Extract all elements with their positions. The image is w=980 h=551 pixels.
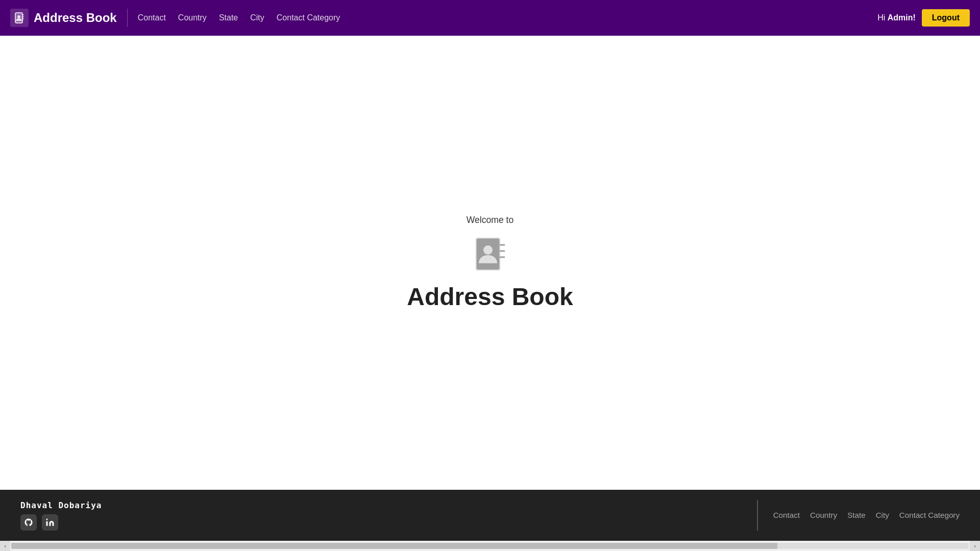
page-title: Address Book	[407, 283, 573, 311]
admin-name: Admin!	[888, 13, 916, 22]
nav-contact[interactable]: Contact	[138, 13, 166, 22]
footer-nav-city[interactable]: City	[876, 511, 889, 519]
github-icon	[24, 518, 33, 527]
svg-point-7	[483, 245, 493, 255]
svg-point-11	[46, 518, 48, 520]
address-book-icon	[10, 9, 29, 27]
nav-country[interactable]: Country	[178, 13, 207, 22]
footer-nav-state[interactable]: State	[847, 511, 865, 519]
footer-author: Dhaval Dobariya	[20, 500, 102, 510]
welcome-text: Welcome to	[467, 215, 514, 226]
scroll-right-arrow[interactable]: ›	[970, 541, 980, 551]
navbar-right: Hi Admin! Logout	[877, 9, 970, 27]
navbar-brand[interactable]: Address Book	[10, 9, 128, 27]
nav-contact-category[interactable]: Contact Category	[277, 13, 340, 22]
footer-icons	[20, 514, 102, 531]
nav-city[interactable]: City	[250, 13, 264, 22]
footer-left: Dhaval Dobariya	[20, 500, 102, 531]
footer: Dhaval Dobariya Contact Country State Ci…	[0, 490, 980, 541]
center-address-book-icon	[472, 236, 508, 272]
nav-state[interactable]: State	[219, 13, 238, 22]
scrollbar-area: ‹ ›	[0, 541, 980, 551]
footer-nav-contact[interactable]: Contact	[773, 511, 800, 519]
main-content: Welcome to Address Book	[0, 36, 980, 490]
scroll-thumb	[11, 543, 777, 549]
footer-nav-contact-category[interactable]: Contact Category	[899, 511, 960, 519]
hi-label: Hi Admin!	[877, 13, 916, 22]
navbar-nav: Contact Country State City Contact Categ…	[138, 13, 877, 22]
linkedin-icon	[45, 518, 55, 527]
footer-nav: Contact Country State City Contact Categ…	[773, 511, 960, 520]
linkedin-link[interactable]	[42, 514, 58, 531]
navbar-brand-label: Address Book	[34, 11, 117, 25]
navbar: Address Book Contact Country State City …	[0, 0, 980, 36]
github-link[interactable]	[20, 514, 37, 531]
scroll-track[interactable]	[11, 543, 969, 549]
footer-nav-country[interactable]: Country	[810, 511, 837, 519]
logout-button[interactable]: Logout	[922, 9, 970, 27]
footer-divider	[757, 500, 758, 531]
svg-point-1	[17, 15, 20, 18]
scroll-left-arrow[interactable]: ‹	[0, 541, 10, 551]
